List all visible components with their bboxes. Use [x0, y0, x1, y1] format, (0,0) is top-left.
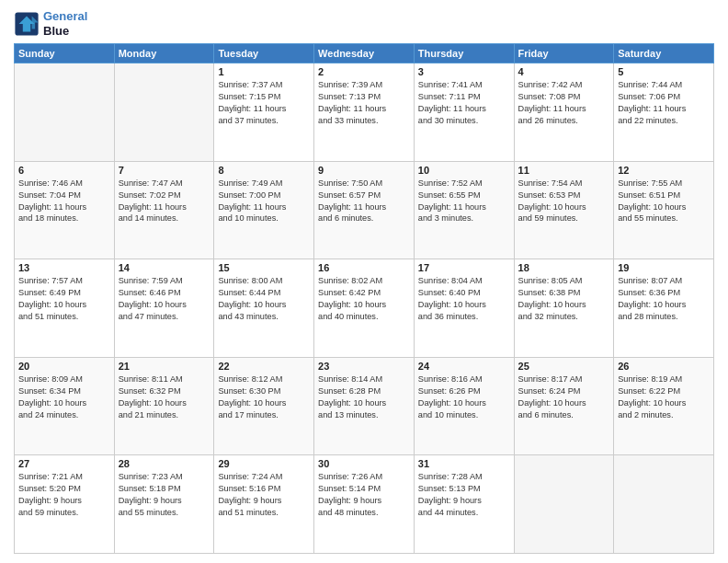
day-number: 16 — [318, 262, 410, 273]
calendar-cell: 24Sunrise: 8:16 AM Sunset: 6:26 PM Dayli… — [414, 357, 514, 455]
calendar-header-friday: Friday — [514, 44, 614, 63]
calendar-cell: 30Sunrise: 7:26 AM Sunset: 5:14 PM Dayli… — [314, 455, 415, 554]
day-info: Sunrise: 8:02 AM Sunset: 6:42 PM Dayligh… — [318, 275, 410, 323]
day-info: Sunrise: 7:59 AM Sunset: 6:46 PM Dayligh… — [119, 275, 210, 323]
calendar-cell: 28Sunrise: 7:23 AM Sunset: 5:18 PM Dayli… — [114, 455, 214, 554]
day-info: Sunrise: 7:39 AM Sunset: 7:13 PM Dayligh… — [318, 79, 410, 127]
logo-line2: Blue — [43, 24, 87, 39]
day-number: 28 — [119, 458, 210, 469]
calendar-cell: 29Sunrise: 7:24 AM Sunset: 5:16 PM Dayli… — [214, 455, 314, 554]
day-number: 22 — [218, 361, 310, 372]
day-number: 31 — [418, 458, 510, 469]
calendar-cell: 23Sunrise: 8:14 AM Sunset: 6:28 PM Dayli… — [314, 357, 415, 455]
logo-icon — [14, 11, 40, 37]
calendar-cell: 12Sunrise: 7:55 AM Sunset: 6:51 PM Dayli… — [614, 161, 714, 259]
day-number: 14 — [119, 262, 210, 273]
calendar-header-tuesday: Tuesday — [214, 44, 314, 63]
calendar-cell: 17Sunrise: 8:04 AM Sunset: 6:40 PM Dayli… — [414, 259, 514, 358]
day-info: Sunrise: 7:42 AM Sunset: 7:08 PM Dayligh… — [518, 79, 610, 127]
calendar-cell: 18Sunrise: 8:05 AM Sunset: 6:38 PM Dayli… — [514, 259, 614, 358]
calendar-cell — [114, 63, 214, 162]
logo-line1: General — [43, 9, 87, 24]
calendar-cell: 19Sunrise: 8:07 AM Sunset: 6:36 PM Dayli… — [614, 259, 714, 358]
calendar-week-row: 20Sunrise: 8:09 AM Sunset: 6:34 PM Dayli… — [15, 357, 714, 455]
calendar-cell: 11Sunrise: 7:54 AM Sunset: 6:53 PM Dayli… — [514, 161, 614, 259]
calendar-week-row: 13Sunrise: 7:57 AM Sunset: 6:49 PM Dayli… — [15, 259, 714, 358]
day-number: 25 — [518, 361, 610, 372]
day-info: Sunrise: 7:49 AM Sunset: 7:00 PM Dayligh… — [218, 178, 310, 225]
day-number: 8 — [218, 165, 310, 176]
day-number: 1 — [218, 66, 310, 77]
calendar-cell — [15, 63, 115, 162]
day-number: 9 — [318, 165, 410, 176]
day-number: 30 — [318, 458, 410, 469]
day-number: 19 — [618, 262, 710, 273]
calendar-week-row: 1Sunrise: 7:37 AM Sunset: 7:15 PM Daylig… — [15, 63, 714, 162]
calendar-cell — [514, 455, 614, 554]
day-info: Sunrise: 8:07 AM Sunset: 6:36 PM Dayligh… — [618, 275, 710, 323]
day-info: Sunrise: 8:14 AM Sunset: 6:28 PM Dayligh… — [318, 373, 410, 421]
day-info: Sunrise: 7:28 AM Sunset: 5:13 PM Dayligh… — [418, 471, 510, 519]
calendar-header-row: SundayMondayTuesdayWednesdayThursdayFrid… — [15, 44, 714, 63]
calendar-cell: 13Sunrise: 7:57 AM Sunset: 6:49 PM Dayli… — [15, 259, 115, 358]
day-info: Sunrise: 8:05 AM Sunset: 6:38 PM Dayligh… — [518, 275, 610, 323]
day-number: 29 — [218, 458, 310, 469]
day-info: Sunrise: 8:16 AM Sunset: 6:26 PM Dayligh… — [418, 373, 510, 421]
calendar-cell: 14Sunrise: 7:59 AM Sunset: 6:46 PM Dayli… — [114, 259, 214, 358]
calendar-header-thursday: Thursday — [414, 44, 514, 63]
header: GeneralBlue — [14, 9, 714, 38]
day-number: 2 — [318, 66, 410, 77]
day-info: Sunrise: 7:24 AM Sunset: 5:16 PM Dayligh… — [218, 471, 310, 519]
logo-text: GeneralBlue — [43, 9, 87, 38]
calendar-week-row: 27Sunrise: 7:21 AM Sunset: 5:20 PM Dayli… — [15, 455, 714, 554]
day-info: Sunrise: 7:47 AM Sunset: 7:02 PM Dayligh… — [119, 178, 210, 225]
logo: GeneralBlue — [14, 9, 87, 38]
day-number: 11 — [518, 165, 610, 176]
calendar-cell: 6Sunrise: 7:46 AM Sunset: 7:04 PM Daylig… — [15, 161, 115, 259]
day-number: 5 — [618, 66, 710, 77]
day-info: Sunrise: 7:41 AM Sunset: 7:11 PM Dayligh… — [418, 79, 510, 127]
calendar-header-wednesday: Wednesday — [314, 44, 415, 63]
day-number: 3 — [418, 66, 510, 77]
calendar-cell: 3Sunrise: 7:41 AM Sunset: 7:11 PM Daylig… — [414, 63, 514, 162]
day-number: 21 — [119, 361, 210, 372]
day-info: Sunrise: 8:00 AM Sunset: 6:44 PM Dayligh… — [218, 275, 310, 323]
day-info: Sunrise: 7:44 AM Sunset: 7:06 PM Dayligh… — [618, 79, 710, 127]
calendar-week-row: 6Sunrise: 7:46 AM Sunset: 7:04 PM Daylig… — [15, 161, 714, 259]
day-number: 27 — [18, 458, 110, 469]
calendar-cell: 5Sunrise: 7:44 AM Sunset: 7:06 PM Daylig… — [614, 63, 714, 162]
day-number: 13 — [18, 262, 110, 273]
calendar-cell: 22Sunrise: 8:12 AM Sunset: 6:30 PM Dayli… — [214, 357, 314, 455]
day-info: Sunrise: 8:17 AM Sunset: 6:24 PM Dayligh… — [518, 373, 610, 421]
day-number: 7 — [119, 165, 210, 176]
day-number: 26 — [618, 361, 710, 372]
day-info: Sunrise: 8:09 AM Sunset: 6:34 PM Dayligh… — [18, 373, 110, 421]
day-info: Sunrise: 7:37 AM Sunset: 7:15 PM Dayligh… — [218, 79, 310, 127]
page: GeneralBlue SundayMondayTuesdayWednesday… — [0, 0, 728, 563]
day-number: 6 — [18, 165, 110, 176]
day-number: 12 — [618, 165, 710, 176]
calendar-cell: 9Sunrise: 7:50 AM Sunset: 6:57 PM Daylig… — [314, 161, 415, 259]
calendar-cell: 1Sunrise: 7:37 AM Sunset: 7:15 PM Daylig… — [214, 63, 314, 162]
calendar-cell: 26Sunrise: 8:19 AM Sunset: 6:22 PM Dayli… — [614, 357, 714, 455]
day-info: Sunrise: 8:12 AM Sunset: 6:30 PM Dayligh… — [218, 373, 310, 421]
calendar-cell — [614, 455, 714, 554]
day-info: Sunrise: 7:54 AM Sunset: 6:53 PM Dayligh… — [518, 178, 610, 225]
calendar-cell: 16Sunrise: 8:02 AM Sunset: 6:42 PM Dayli… — [314, 259, 415, 358]
calendar-cell: 10Sunrise: 7:52 AM Sunset: 6:55 PM Dayli… — [414, 161, 514, 259]
calendar-cell: 25Sunrise: 8:17 AM Sunset: 6:24 PM Dayli… — [514, 357, 614, 455]
day-number: 18 — [518, 262, 610, 273]
day-info: Sunrise: 7:46 AM Sunset: 7:04 PM Dayligh… — [18, 178, 110, 225]
day-number: 17 — [418, 262, 510, 273]
day-info: Sunrise: 7:26 AM Sunset: 5:14 PM Dayligh… — [318, 471, 410, 519]
calendar-cell: 21Sunrise: 8:11 AM Sunset: 6:32 PM Dayli… — [114, 357, 214, 455]
calendar-header-monday: Monday — [114, 44, 214, 63]
day-info: Sunrise: 7:23 AM Sunset: 5:18 PM Dayligh… — [119, 471, 210, 519]
calendar-cell: 4Sunrise: 7:42 AM Sunset: 7:08 PM Daylig… — [514, 63, 614, 162]
calendar-cell: 31Sunrise: 7:28 AM Sunset: 5:13 PM Dayli… — [414, 455, 514, 554]
calendar-cell: 7Sunrise: 7:47 AM Sunset: 7:02 PM Daylig… — [114, 161, 214, 259]
day-info: Sunrise: 8:11 AM Sunset: 6:32 PM Dayligh… — [119, 373, 210, 421]
day-number: 23 — [318, 361, 410, 372]
calendar-cell: 8Sunrise: 7:49 AM Sunset: 7:00 PM Daylig… — [214, 161, 314, 259]
day-number: 20 — [18, 361, 110, 372]
